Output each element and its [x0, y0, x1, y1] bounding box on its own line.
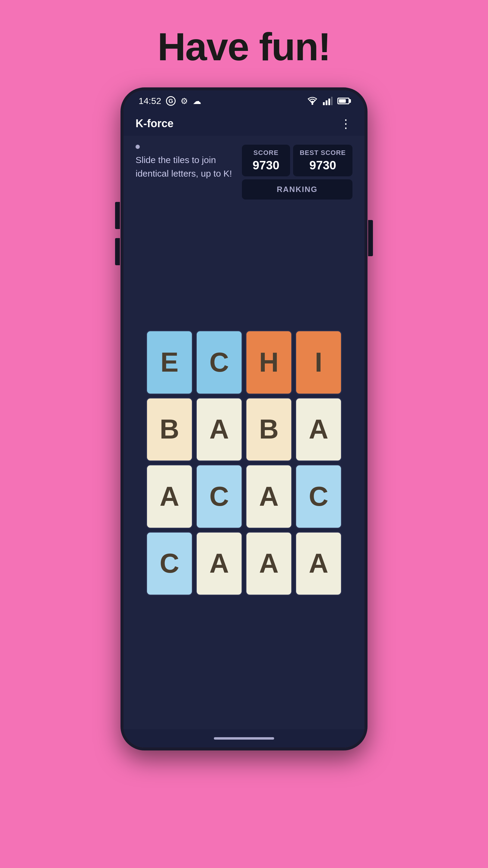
best-score-box: BEST SCORE 9730 [293, 145, 352, 176]
content-area: Slide the tiles to join identical letter… [124, 135, 364, 730]
cloud-icon: ☁ [193, 96, 201, 106]
signal-icon [323, 97, 332, 105]
scores-top: SCORE 9730 BEST SCORE 9730 [242, 145, 352, 176]
best-score-label: BEST SCORE [300, 149, 346, 157]
home-indicator [124, 730, 364, 747]
tile-3-3[interactable]: A [295, 532, 342, 596]
phone-mockup: 14:52 G ⚙ ☁ [121, 87, 367, 750]
dot-indicator [135, 145, 140, 149]
tile-1-0[interactable]: B [146, 398, 193, 462]
phone-screen: 14:52 G ⚙ ☁ [124, 90, 364, 747]
phone-frame: 14:52 G ⚙ ☁ [121, 87, 367, 750]
settings-icon: ⚙ [181, 96, 188, 106]
score-label: SCORE [249, 149, 284, 157]
description-area: Slide the tiles to join identical letter… [135, 145, 236, 180]
status-left-icons: 14:52 G ⚙ ☁ [138, 96, 201, 106]
volume-up-button [115, 202, 120, 229]
svg-rect-2 [326, 100, 327, 105]
wifi-icon [307, 97, 318, 105]
volume-down-button [115, 238, 120, 265]
google-icon: G [166, 96, 175, 106]
scores-area: SCORE 9730 BEST SCORE 9730 RANKING [242, 145, 352, 199]
page-headline: Have fun! [158, 24, 330, 69]
status-bar: 14:52 G ⚙ ☁ [124, 90, 364, 112]
tile-0-3[interactable]: I [295, 330, 342, 395]
game-grid-wrapper: ECHIBABAACACCAAA [135, 206, 352, 720]
score-value: 9730 [249, 158, 284, 172]
game-grid: ECHIBABAACACCAAA [146, 330, 342, 595]
status-time: 14:52 [138, 96, 161, 106]
power-button [368, 220, 373, 256]
tile-1-2[interactable]: B [246, 398, 292, 462]
tile-3-1[interactable]: A [196, 532, 242, 596]
tile-0-1[interactable]: C [196, 330, 242, 395]
battery-icon [337, 98, 350, 104]
tile-2-0[interactable]: A [146, 464, 193, 529]
svg-rect-1 [323, 102, 325, 105]
score-box: SCORE 9730 [242, 145, 290, 176]
tile-0-0[interactable]: E [146, 330, 193, 395]
app-title: K-force [135, 117, 173, 130]
tile-2-2[interactable]: A [246, 464, 292, 529]
info-row: Slide the tiles to join identical letter… [135, 145, 352, 199]
tile-2-1[interactable]: C [196, 464, 242, 529]
ranking-button[interactable]: RANKING [242, 179, 352, 199]
svg-rect-4 [331, 97, 332, 105]
app-bar: K-force ⋮ [124, 112, 364, 135]
status-right-icons [307, 97, 350, 105]
tile-3-2[interactable]: A [246, 532, 292, 596]
home-bar [214, 737, 274, 740]
tile-0-2[interactable]: H [246, 330, 292, 395]
svg-point-0 [312, 103, 313, 105]
tile-3-0[interactable]: C [146, 532, 193, 596]
svg-rect-3 [328, 98, 330, 105]
more-options-button[interactable]: ⋮ [340, 117, 352, 130]
tile-1-1[interactable]: A [196, 398, 242, 462]
tile-1-3[interactable]: A [295, 398, 342, 462]
description-text: Slide the tiles to join identical letter… [135, 153, 236, 180]
tile-2-3[interactable]: C [295, 464, 342, 529]
best-score-value: 9730 [300, 158, 346, 172]
